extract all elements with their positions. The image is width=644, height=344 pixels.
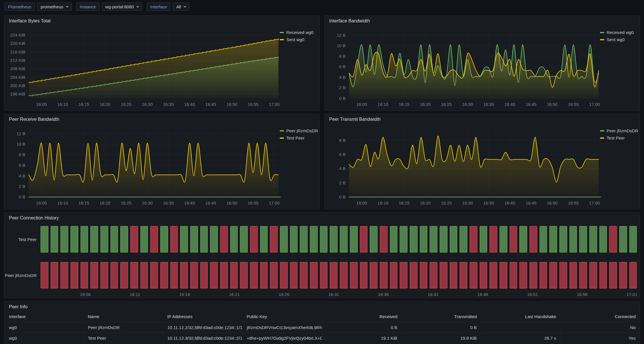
- status-bar: [460, 226, 467, 253]
- status-bar: [220, 262, 228, 288]
- status-bar: [599, 226, 607, 253]
- column-header[interactable]: Public Key: [243, 313, 322, 322]
- chart-legend: Peer jRzmDsDRTest Peer: [280, 127, 318, 142]
- status-bar: [60, 226, 68, 253]
- legend-swatch-icon: [280, 39, 284, 40]
- legend-item[interactable]: Sent wg0: [280, 36, 318, 43]
- status-bar: [559, 262, 567, 288]
- status-history-row: Peer jRzmDsDR: [4, 262, 640, 288]
- svg-text:16:40: 16:40: [184, 200, 195, 205]
- chart-legend: Peer jRzmDsDRTest Peer: [600, 127, 638, 142]
- table-row: wg0Test Peer10.11.12.3/32,fdfd:d3ad:c0de…: [4, 333, 640, 343]
- status-bar: [609, 262, 617, 288]
- status-bar: [51, 262, 58, 288]
- svg-text:216 KiB: 216 KiB: [10, 49, 25, 54]
- variable-interface: Interface All: [147, 3, 189, 11]
- legend-label: Test Peer: [607, 135, 625, 140]
- variable-select-interface[interactable]: All: [173, 3, 189, 11]
- column-header[interactable]: IP Addresses: [163, 313, 243, 322]
- chart-legend: Received wg0Sent wg0: [280, 29, 318, 43]
- status-bar: [81, 226, 88, 253]
- status-bar: [609, 226, 617, 253]
- legend-item[interactable]: Sent wg0: [600, 36, 638, 43]
- status-bar: [360, 226, 368, 253]
- column-header[interactable]: Name: [84, 313, 163, 322]
- column-header[interactable]: Interface: [4, 313, 84, 322]
- svg-text:16:50: 16:50: [226, 102, 237, 107]
- status-bar: [110, 226, 118, 253]
- chevron-down-icon: [66, 5, 69, 7]
- status-bar: [460, 262, 467, 288]
- time-series-plot[interactable]: 0 B2 B4 B6 B8 B10 B12 B16:0516:1016:1516…: [325, 26, 640, 110]
- status-bar: [290, 226, 298, 253]
- svg-text:4 B: 4 B: [19, 173, 25, 178]
- status-bar: [140, 226, 148, 253]
- svg-text:16:35: 16:35: [163, 102, 174, 107]
- status-bar: [440, 262, 447, 288]
- status-bar: [510, 262, 517, 288]
- status-bar: [81, 262, 88, 288]
- svg-text:0 B: 0 B: [339, 194, 346, 199]
- time-axis-label: 16:26: [279, 292, 289, 297]
- panel-title[interactable]: Interface Bandwidth: [329, 18, 370, 24]
- legend-label: Peer jRzmDsDR: [286, 128, 318, 133]
- legend-item[interactable]: Test Peer: [280, 134, 318, 142]
- variable-select-instance[interactable]: wg-portal:8080: [102, 3, 142, 11]
- status-bar: [160, 262, 168, 288]
- svg-text:16:20: 16:20: [100, 102, 110, 107]
- panel-title[interactable]: Peer Receive Bandwidth: [9, 117, 59, 122]
- status-bar: [330, 226, 338, 253]
- status-bar: [340, 226, 348, 253]
- panel-title[interactable]: Peer Connection History: [9, 215, 59, 221]
- status-bar: [290, 262, 298, 288]
- status-bar: [300, 262, 308, 288]
- svg-text:16:55: 16:55: [568, 200, 579, 205]
- svg-text:16:30: 16:30: [462, 200, 473, 205]
- status-bar: [450, 262, 458, 288]
- panel-title[interactable]: Interface Bytes Total: [9, 18, 51, 24]
- time-axis-label: 16:06: [80, 292, 91, 297]
- panel-peer-transmit-bandwidth: Peer Transmit Bandwidth 0 B2 B4 B6 B8 B1…: [324, 114, 640, 209]
- svg-text:16:15: 16:15: [78, 102, 89, 107]
- time-series-plot[interactable]: 0 B2 B4 B6 B8 B10 B12 B16:0516:1016:1516…: [4, 125, 319, 209]
- column-header[interactable]: Transmitted: [401, 313, 481, 322]
- legend-item[interactable]: Peer jRzmDsDR: [280, 127, 318, 134]
- legend-item[interactable]: Received wg0: [600, 29, 638, 36]
- panel-title[interactable]: Peer Info: [9, 304, 28, 309]
- svg-text:16:15: 16:15: [399, 102, 409, 107]
- svg-text:2 B: 2 B: [339, 85, 346, 90]
- status-bar: [270, 226, 278, 253]
- panel-peer-connection-history: Peer Connection History Test PeerPeer jR…: [4, 212, 640, 298]
- svg-text:16:25: 16:25: [441, 200, 452, 205]
- status-bar: [250, 262, 258, 288]
- svg-text:8 B: 8 B: [339, 138, 346, 143]
- time-series-plot[interactable]: 0 B2 B4 B6 B8 B16:0516:1016:1516:2016:25…: [325, 125, 640, 209]
- svg-text:200 KiB: 200 KiB: [10, 83, 25, 88]
- legend-swatch-icon: [280, 32, 284, 33]
- legend-item[interactable]: Peer jRzmDsDR: [600, 127, 638, 134]
- legend-item[interactable]: Test Peer: [600, 134, 638, 142]
- column-header[interactable]: Connected: [560, 313, 640, 322]
- panel-title[interactable]: Peer Transmit Bandwidth: [329, 117, 381, 122]
- status-bar: [569, 226, 577, 253]
- table-cell: +8he+pyWH7Oa9g2FVjIxQzy04brLX+D: [243, 333, 322, 343]
- svg-text:16:05: 16:05: [36, 200, 47, 205]
- status-history-body: Test PeerPeer jRzmDsDR16:0616:1116:1616:…: [4, 223, 640, 298]
- svg-text:16:05: 16:05: [356, 102, 367, 107]
- svg-text:8 B: 8 B: [339, 54, 346, 59]
- svg-text:16:10: 16:10: [57, 200, 68, 205]
- legend-label: Received wg0: [607, 30, 634, 35]
- legend-item[interactable]: Received wg0: [280, 29, 318, 36]
- panel-header: Interface Bandwidth: [325, 16, 640, 26]
- status-bar: [489, 262, 497, 288]
- svg-text:16:45: 16:45: [205, 200, 216, 205]
- time-series-plot[interactable]: 196 KiB200 KiB204 KiB208 KiB212 KiB216 K…: [4, 26, 319, 110]
- variable-select-prometheus[interactable]: prometheus: [37, 3, 72, 11]
- status-bar: [190, 262, 198, 288]
- column-header[interactable]: Last Handshake: [481, 313, 560, 322]
- column-header[interactable]: Received: [322, 313, 401, 322]
- status-bar: [519, 226, 527, 253]
- time-axis-label: 16:36: [378, 292, 389, 297]
- status-bar: [500, 226, 507, 253]
- table-cell: Yes: [560, 333, 640, 343]
